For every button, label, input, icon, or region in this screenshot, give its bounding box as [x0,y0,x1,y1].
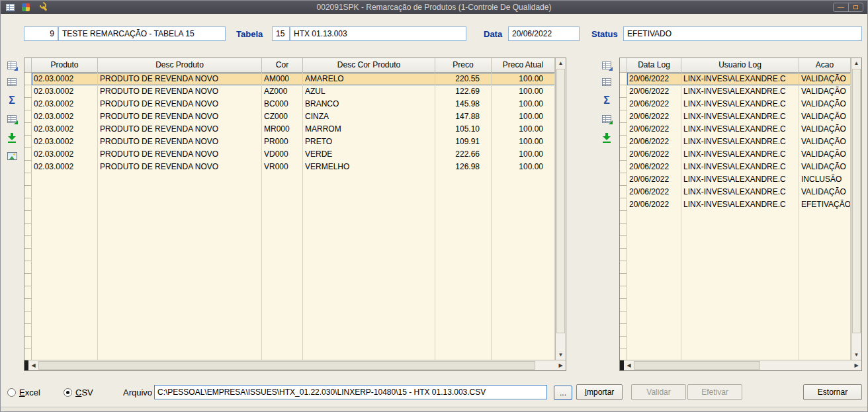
grid-export-icon[interactable] [600,59,613,72]
scroll-up-button[interactable]: ▲ [851,58,861,68]
excel-radio[interactable] [7,388,16,397]
table-row[interactable]: 20/06/2022LINX-INVES\ALEXANDRE.CVALIDAÇÃ… [627,161,851,173]
column-header[interactable]: Cor [262,58,303,72]
efetivar-button[interactable]: Efetivar [687,384,742,400]
table-row[interactable]: 20/06/2022LINX-INVES\ALEXANDRE.CVALIDAÇÃ… [627,148,851,161]
row-indicator-column [24,73,32,360]
table-row[interactable]: 20/06/2022LINX-INVES\ALEXANDRE.CINCLUSÃO [627,173,851,186]
table-row[interactable]: 02.03.0002PRODUTO DE REVENDA NOVOAZ000AZ… [32,85,555,98]
table-row[interactable]: 20/06/2022LINX-INVES\ALEXANDRE.CVALIDAÇÃ… [627,186,851,198]
scroll-track[interactable] [556,68,566,350]
status-field[interactable]: EFETIVADO [623,26,862,41]
table-row[interactable]: 20/06/2022LINX-INVES\ALEXANDRE.CVALIDAÇÃ… [627,98,851,110]
table-row[interactable]: 20/06/2022LINX-INVES\ALEXANDRE.CVALIDAÇÃ… [627,110,851,123]
scroll-down-button[interactable]: ▼ [556,350,566,360]
vertical-scrollbar[interactable]: ▲ ▼ [851,58,861,360]
table-row[interactable]: 02.03.0002PRODUTO DE REVENDA NOVOBC000BR… [32,98,555,110]
record-name-field[interactable]: TESTE REMARCAÇÃO - TABELA 15 [58,26,226,41]
restore-icon[interactable] [848,3,863,11]
table-cell: AMARELO [303,73,435,85]
arquivo-path-field[interactable]: C:\PESSOAL\EMPRESA\ISSUES\HTX_01.22.030\… [154,385,547,399]
table-cell: 02.03.0002 [32,85,98,98]
table-row[interactable]: 02.03.0002PRODUTO DE REVENDA NOVOVR000VE… [32,161,555,173]
download-icon[interactable] [600,131,613,144]
table-row[interactable]: 02.03.0002PRODUTO DE REVENDA NOVOCZ000CI… [32,110,555,123]
column-separator [799,73,799,360]
scroll-thumb[interactable] [38,361,535,370]
download-icon[interactable] [5,131,19,144]
tabela-descricao-field[interactable]: HTX 01.13.003 [290,26,466,41]
scroll-track[interactable] [851,68,861,350]
scroll-down-button[interactable]: ▼ [851,350,861,360]
window-title: 002091SPK - Remarcação de Produtos (1-Co… [1,3,867,12]
grid-header: Data LogUsuario LogAcao [620,58,851,73]
scroll-left-button[interactable]: ◀ [624,360,634,370]
estornar-button[interactable]: Estornar [803,384,862,400]
restore-glyph [853,5,858,9]
excel-export-icon[interactable] [5,112,19,126]
scroll-thumb[interactable] [556,69,565,333]
table-cell: LINX-INVES\ALEXANDRE.C [681,173,799,186]
validar-button[interactable]: Validar [631,384,686,400]
sum-icon[interactable]: Σ [5,94,19,107]
table-cell: LINX-INVES\ALEXANDRE.C [681,136,799,148]
table-row[interactable]: 20/06/2022LINX-INVES\ALEXANDRE.CVALIDAÇÃ… [627,123,851,136]
table-row[interactable]: 02.03.0002PRODUTO DE REVENDA NOVOMR000MA… [32,123,555,136]
image-icon[interactable] [5,149,19,163]
column-header[interactable]: Desc Cor Produto [303,58,435,72]
browse-button[interactable]: ... [554,386,572,400]
table-row[interactable]: 20/06/2022LINX-INVES\ALEXANDRE.CEFETIVAÇ… [627,198,851,211]
column-header[interactable]: Usuario Log [681,58,799,72]
scroll-right-button[interactable]: ▶ [851,360,861,370]
table-cell: 20/06/2022 [627,186,681,198]
excel-radio-label[interactable]: Excel [19,388,40,397]
grid-save-icon[interactable] [600,75,613,89]
horizontal-scrollbar[interactable]: ◀ ▶ [620,360,861,370]
record-id-field[interactable]: 9 [24,26,58,41]
indicator-header [24,58,32,72]
table-cell: VALIDAÇÃO [799,110,851,123]
minimize-icon[interactable]: — [834,3,848,11]
titlebar[interactable]: 002091SPK - Remarcação de Produtos (1-Co… [1,1,867,14]
column-header[interactable]: Data Log [627,58,681,72]
horizontal-scrollbar[interactable]: ◀ ▶ [24,360,566,370]
column-header[interactable]: Preco Atual [492,58,555,72]
table-row[interactable]: 02.03.0002PRODUTO DE REVENDA NOVOVD000VE… [32,148,555,161]
csv-radio-label[interactable]: CSV [75,388,93,397]
scroll-track[interactable] [634,360,851,370]
table-cell: LINX-INVES\ALEXANDRE.C [681,110,799,123]
arrow-glyph [609,67,613,71]
arrow-glyph [14,67,18,71]
sum-icon[interactable]: Σ [600,94,613,107]
excel-export-icon[interactable] [600,112,613,126]
table-row[interactable]: 02.03.0002PRODUTO DE REVENDA NOVOAM000AM… [32,73,555,85]
table-cell: LINX-INVES\ALEXANDRE.C [681,161,799,173]
scroll-thumb[interactable] [634,361,760,370]
table-cell: PRODUTO DE REVENDA NOVO [98,136,262,148]
csv-radio[interactable] [64,388,72,397]
table-cell: VERDE [303,148,435,161]
table-cell: 109.91 [435,136,492,148]
scroll-right-button[interactable]: ▶ [556,360,566,370]
table-row[interactable]: 20/06/2022LINX-INVES\ALEXANDRE.CVALIDAÇÃ… [627,73,851,85]
column-header[interactable]: Preco [435,58,492,72]
scroll-track[interactable] [38,360,556,370]
column-header[interactable]: Desc Produto [98,58,262,72]
table-row[interactable]: 02.03.0002PRODUTO DE REVENDA NOVOPR000PR… [32,136,555,148]
scroll-up-button[interactable]: ▲ [556,58,566,68]
grid-glyph [7,62,17,69]
column-header[interactable]: Acao [799,58,851,72]
vertical-scrollbar[interactable]: ▲ ▼ [555,58,566,360]
tabela-numero-field[interactable]: 15 [272,26,290,41]
table-cell: 20/06/2022 [627,148,681,161]
scroll-thumb[interactable] [852,69,861,333]
scroll-left-button[interactable]: ◀ [28,360,38,370]
grid-save-icon[interactable] [5,75,19,89]
table-row[interactable]: 20/06/2022LINX-INVES\ALEXANDRE.CVALIDAÇÃ… [627,85,851,98]
importar-button[interactable]: Importar [576,384,623,400]
table-cell: MR000 [262,123,303,136]
data-field[interactable]: 20/06/2022 [508,26,580,41]
grid-export-icon[interactable] [5,59,19,72]
column-header[interactable]: Produto [32,58,98,72]
table-row[interactable]: 20/06/2022LINX-INVES\ALEXANDRE.CVALIDAÇÃ… [627,136,851,148]
